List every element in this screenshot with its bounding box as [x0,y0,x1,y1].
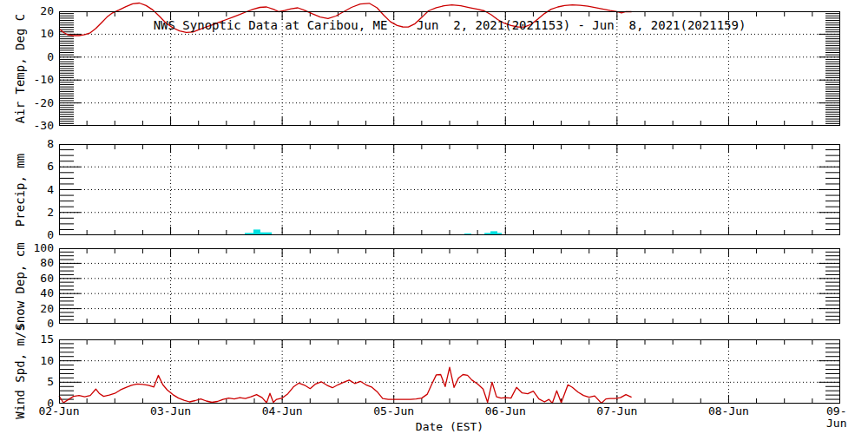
y-tick-label: 15 [0,333,54,345]
y-tick-label: -30 [0,120,54,132]
chart-title: NWS Synoptic Data at Caribou, ME Jun 2, … [59,18,840,32]
y-tick-label: 60 [0,273,54,285]
panel-precip [59,144,840,235]
y-tick-label: 10 [0,355,54,367]
precip-plot [59,144,840,235]
x-tick-label: 08-Jun [708,405,749,418]
wind-spd-plot [59,339,840,404]
y-tick-label: 2 [0,207,54,219]
x-tick-label: 04-Jun [262,405,303,418]
y-tick-label: 0 [0,229,54,241]
y-tick-label: -20 [0,97,54,109]
x-tick-label: 09-Jun [826,405,854,430]
panel-frame [60,249,840,324]
x-tick-label: 07-Jun [596,405,637,418]
x-tick-label: 02-Jun [39,405,80,418]
x-axis-title: Date (EST) [59,420,840,433]
panel-snow-dep [59,248,840,324]
y-tick-label: 8 [0,138,54,150]
y-tick-label: 4 [0,184,54,196]
y-tick-label: 0 [0,318,54,330]
y-axis-title-snow-dep: Snow Dep, cm [13,242,27,330]
y-tick-label: 6 [0,161,54,173]
x-tick-label: 03-Jun [150,405,191,418]
y-tick-label: 40 [0,287,54,299]
y-tick-label: 100 [0,242,54,254]
y-tick-label: 80 [0,257,54,269]
y-tick-label: 10 [0,28,54,40]
y-tick-label: 0 [0,51,54,63]
y-tick-label: 20 [0,5,54,17]
y-tick-label: 5 [0,376,54,388]
precip-bars [245,229,502,234]
x-tick-label: 05-Jun [373,405,414,418]
y-tick-label: 20 [0,303,54,315]
synoptic-chart-figure: NWS Synoptic Data at Caribou, ME Jun 2, … [0,0,868,434]
wind-speed-curve [59,367,632,403]
panel-frame [60,340,840,404]
snow-dep-plot [59,248,840,324]
panel-wind-spd [59,339,840,404]
x-tick-label: 06-Jun [485,405,526,418]
y-tick-label: -10 [0,74,54,86]
